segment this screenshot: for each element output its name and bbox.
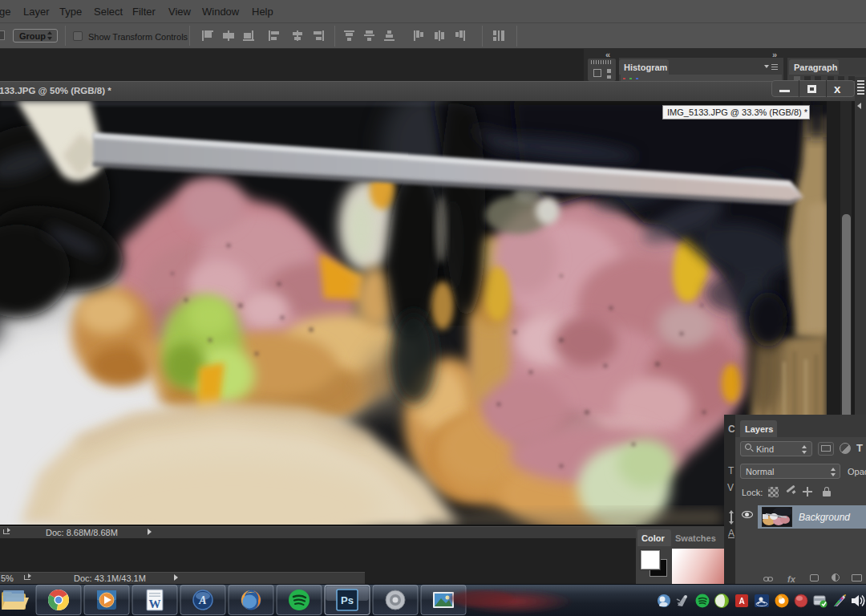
svg-text:Ps: Ps xyxy=(341,594,354,606)
svg-text:A: A xyxy=(198,594,206,606)
svg-text:A: A xyxy=(739,597,744,606)
svg-text:W: W xyxy=(149,598,161,610)
